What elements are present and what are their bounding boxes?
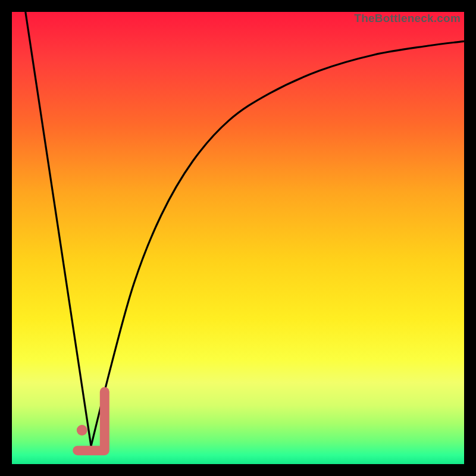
marker-dot-icon (77, 425, 87, 436)
curve-right-branch (91, 41, 464, 446)
plot-area: TheBottleneck.com (12, 12, 464, 464)
chart-frame: TheBottleneck.com (0, 0, 476, 476)
chart-svg (12, 12, 464, 464)
curve-left-branch (26, 12, 91, 446)
